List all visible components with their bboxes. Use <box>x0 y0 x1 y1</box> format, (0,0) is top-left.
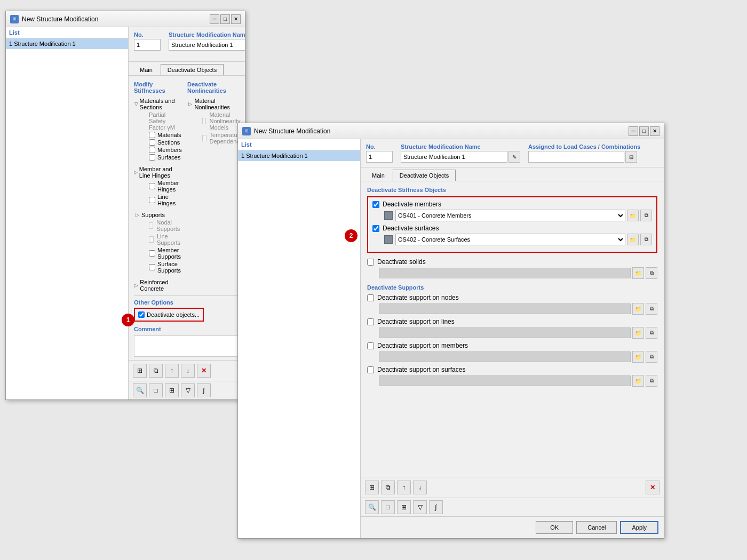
lines-copy-btn[interactable]: ⧉ <box>646 327 657 339</box>
close-btn-1[interactable]: ✕ <box>231 14 241 24</box>
deactivate-lines-cb[interactable] <box>367 318 374 325</box>
move-up-btn-1[interactable]: ↑ <box>165 364 179 378</box>
filter-btn-2[interactable]: ▽ <box>413 500 427 514</box>
surface-supports-cb[interactable] <box>149 264 155 270</box>
line-hinges-cb[interactable] <box>149 197 155 203</box>
view-btn-1[interactable]: □ <box>149 383 163 397</box>
tree-btn-2[interactable]: ⊞ <box>397 500 411 514</box>
window-2-title: New Structure Modification <box>254 127 330 135</box>
surfaces-item: Surfaces <box>149 154 182 161</box>
delete-btn-1[interactable]: ✕ <box>197 364 211 378</box>
assign-input-2[interactable] <box>528 151 624 163</box>
maximize-btn-2[interactable]: □ <box>639 126 649 136</box>
assign-btn-2[interactable]: ⊟ <box>625 151 637 163</box>
add-btn-2[interactable]: ⊞ <box>365 481 379 494</box>
members-support-copy-btn[interactable]: ⧉ <box>646 351 657 363</box>
name-edit-btn-2[interactable]: ✎ <box>508 151 520 163</box>
deactivate-members-support-cb[interactable] <box>367 342 374 349</box>
materials-cb[interactable] <box>149 132 155 138</box>
list-item-1[interactable]: 1 Structure Modification 1 <box>6 38 128 49</box>
tree-btn-1[interactable]: ⊞ <box>165 383 179 397</box>
ok-button[interactable]: OK <box>536 521 573 534</box>
deactivate-surfaces-cb[interactable] <box>372 225 379 232</box>
members-support-folder-btn[interactable]: 📁 <box>632 351 644 363</box>
surfaces-support-copy-btn[interactable]: ⧉ <box>646 375 657 387</box>
tab-deactivate-1[interactable]: Deactivate Objects <box>161 64 224 75</box>
members-input-line: OS401 - Concrete Members 📁 ⧉ <box>384 210 652 221</box>
deactivate-surfaces-support-cb[interactable] <box>367 366 374 373</box>
func-btn-1[interactable]: ∫ <box>197 383 211 397</box>
window-2-icon: ⊞ <box>242 127 251 135</box>
no-input-2[interactable] <box>366 151 393 163</box>
surfaces-dropdown[interactable]: OS402 - Concrete Surfaces <box>395 234 625 245</box>
list-item-2[interactable]: 1 Structure Modification 1 <box>238 150 360 161</box>
comment-input-1[interactable] <box>134 335 240 357</box>
move-down-btn-1[interactable]: ↓ <box>181 364 195 378</box>
member-supports-cb[interactable] <box>149 250 155 257</box>
supports-toggle[interactable]: ▷ <box>134 212 140 218</box>
nodes-support-input <box>379 303 631 314</box>
minimize-btn-1[interactable]: ─ <box>210 14 219 24</box>
add-btn-1[interactable]: ⊞ <box>133 364 147 378</box>
move-up-btn-2[interactable]: ↑ <box>397 481 411 494</box>
window-1-controls: ─ □ ✕ <box>210 14 241 24</box>
minimize-btn-2[interactable]: ─ <box>629 126 638 136</box>
delete-btn-2[interactable]: ✕ <box>646 481 659 494</box>
nodes-copy-btn[interactable]: ⧉ <box>646 303 657 315</box>
member-hinges-item: Member Hinges <box>149 179 182 193</box>
nodal-supports-item: Nodal Supports <box>149 219 182 233</box>
line-supports-item: Line Supports <box>149 233 182 246</box>
tab-main-2[interactable]: Main <box>365 170 392 181</box>
members-folder-btn[interactable]: 📁 <box>627 210 639 221</box>
search-btn-2[interactable]: 🔍 <box>365 500 379 514</box>
name-input-1[interactable] <box>169 39 245 51</box>
window-1-body: List 1 Structure Modification 1 No. Stru… <box>6 27 245 399</box>
hinges-toggle[interactable]: ▷ <box>134 169 138 175</box>
deactivate-nonlinearities-label: Deactivate Nonlinearities <box>187 81 245 94</box>
mat-nonlinearities-toggle[interactable]: ▷ <box>187 101 193 107</box>
surfaces-folder-btn[interactable]: 📁 <box>627 234 639 245</box>
close-btn-2[interactable]: ✕ <box>650 126 659 136</box>
tab-main-1[interactable]: Main <box>133 64 160 75</box>
surfaces-support-folder-btn[interactable]: 📁 <box>632 375 644 387</box>
members-cb[interactable] <box>149 147 155 153</box>
members-copy-btn[interactable]: ⧉ <box>640 210 652 221</box>
tabs-1: Main Deactivate Objects <box>129 62 245 76</box>
surfaces-cb[interactable] <box>149 154 155 161</box>
members-dropdown[interactable]: OS401 - Concrete Members <box>395 210 625 221</box>
rc-toggle[interactable]: ▷ <box>134 282 139 289</box>
search-btn-1[interactable]: 🔍 <box>133 383 147 397</box>
tab-deactivate-2[interactable]: Deactivate Objects <box>393 170 456 181</box>
content-area-2: Deactivate Stiffness Objects Deactivate … <box>361 181 664 477</box>
solids-folder-btn[interactable]: 📁 <box>632 267 644 279</box>
cancel-button[interactable]: Cancel <box>576 521 617 534</box>
lines-folder-btn[interactable]: 📁 <box>632 327 644 339</box>
move-down-btn-2[interactable]: ↓ <box>413 481 427 494</box>
member-hinges-cb[interactable] <box>149 183 155 189</box>
mat-sections-toggle[interactable]: ▽ <box>134 101 139 107</box>
window-1-title: New Structure Modification <box>22 15 98 23</box>
apply-button[interactable]: Apply <box>620 521 658 534</box>
comment-area-1: Comment <box>134 326 240 358</box>
bottom-search-bar-2: 🔍 □ ⊞ ▽ ∫ <box>361 498 664 516</box>
view-btn-2[interactable]: □ <box>381 500 395 514</box>
copy-btn-1[interactable]: ⧉ <box>149 364 163 378</box>
deactivate-members-cb[interactable] <box>372 201 379 208</box>
deactivate-nonlinearities-col: Deactivate Nonlinearities ▷ Material Non… <box>187 81 245 292</box>
maximize-btn-1[interactable]: □ <box>220 14 230 24</box>
no-input-1[interactable] <box>134 39 161 51</box>
solids-copy-btn[interactable]: ⧉ <box>646 267 657 279</box>
deactivate-solids-cb[interactable] <box>367 259 374 266</box>
deactivate-lines-row: Deactivate support on lines <box>367 318 657 325</box>
func-btn-2[interactable]: ∫ <box>429 500 443 514</box>
deactivate-objects-cb[interactable] <box>138 311 145 318</box>
name-input-2[interactable] <box>401 151 507 163</box>
badge-1: 1 <box>122 314 134 326</box>
filter-btn-1[interactable]: ▽ <box>181 383 195 397</box>
mat-nonlinearities-tree: ▷ Material Nonlinearities <box>187 97 245 111</box>
deactivate-nodes-cb[interactable] <box>367 294 374 301</box>
nodes-folder-btn[interactable]: 📁 <box>632 303 644 315</box>
sections-cb[interactable] <box>149 139 155 146</box>
surfaces-copy-btn[interactable]: ⧉ <box>640 234 652 245</box>
copy-btn-2[interactable]: ⧉ <box>381 481 395 494</box>
